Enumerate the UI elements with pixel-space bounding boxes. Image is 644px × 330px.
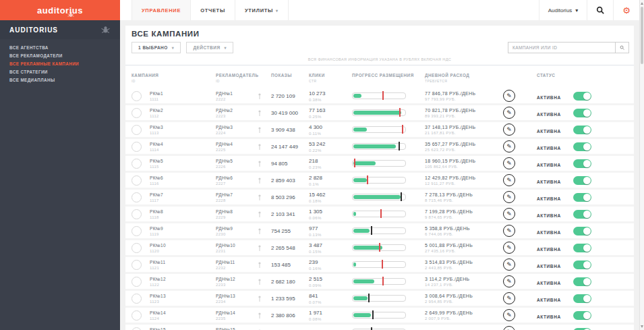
status-toggle[interactable] [573, 244, 591, 252]
edit-button[interactable]: ✎ [503, 157, 515, 169]
status-toggle[interactable] [573, 210, 591, 219]
campaign-name[interactable]: РК№2 [150, 108, 216, 113]
status-toggle[interactable] [573, 294, 591, 303]
edit-button[interactable]: ✎ [503, 242, 515, 254]
campaign-name[interactable]: РК№1 [150, 91, 216, 96]
scroll-down-arrow-icon[interactable] [641, 325, 643, 328]
sidebar-item[interactable]: ВСЕ РЕКЛАМОДАТЕЛИ [9, 53, 111, 58]
edit-button[interactable]: ✎ [503, 292, 515, 304]
row-checkbox[interactable] [131, 260, 142, 270]
status-toggle[interactable] [573, 277, 591, 286]
toggle-knob [583, 261, 591, 269]
advertiser-name[interactable]: РДН№3 [216, 125, 258, 130]
sidebar-item[interactable]: ВСЕ МЕДИАПЛАНЫ [9, 78, 111, 82]
edit-button[interactable]: ✎ [503, 123, 515, 136]
required-value: 105 862,64 РУБ. [425, 165, 498, 169]
edit-button[interactable]: ✎ [503, 309, 515, 321]
campaign-name[interactable]: РК№7 [150, 192, 216, 197]
nav-item[interactable]: УТИЛИТЫ▾ [235, 0, 289, 20]
vertical-scrollbar[interactable] [639, 0, 644, 330]
progress-fill [353, 178, 367, 182]
status-toggle[interactable] [573, 159, 591, 168]
edit-button[interactable]: ✎ [503, 191, 515, 203]
edit-button[interactable]: ✎ [503, 107, 515, 119]
row-checkbox[interactable] [131, 192, 142, 202]
row-checkbox[interactable] [131, 142, 142, 152]
campaign-name[interactable]: РК№4 [150, 142, 216, 146]
scrollbar-thumb[interactable] [641, 7, 643, 64]
campaign-name[interactable]: РК№13 [150, 294, 216, 298]
edit-button[interactable]: ✎ [503, 275, 515, 287]
campaign-search-input[interactable] [508, 42, 616, 53]
edit-button[interactable]: ✎ [503, 90, 515, 102]
advertiser-name[interactable]: РДН№2 [216, 108, 258, 113]
advertiser-name[interactable]: РДН№11 [216, 260, 258, 265]
campaign-name[interactable]: РК№10 [150, 243, 216, 248]
row-checkbox[interactable] [131, 91, 142, 101]
status-toggle[interactable] [573, 176, 591, 185]
status-toggle[interactable] [573, 311, 591, 320]
row-checkbox[interactable] [131, 159, 142, 169]
edit-button[interactable]: ✎ [503, 326, 515, 330]
row-checkbox[interactable] [131, 226, 142, 236]
sidebar-item[interactable]: ВСЕ РЕКЛАМНЫЕ КАМПАНИИ [9, 61, 111, 66]
campaign-name[interactable]: РК№5 [150, 159, 216, 163]
row-checkbox[interactable] [131, 175, 142, 186]
campaign-name[interactable]: РК№3 [150, 125, 216, 130]
advertiser-name[interactable]: РДН№8 [216, 209, 258, 214]
campaign-name[interactable]: РК№15 [150, 327, 216, 330]
main-nav: УПРАВЛЕНИЕОТЧЕТЫУТИЛИТЫ▾ [131, 0, 289, 20]
row-checkbox[interactable] [131, 209, 142, 219]
advertiser-name[interactable]: РДН№14 [216, 310, 258, 315]
row-checkbox[interactable] [131, 125, 142, 135]
campaign-name[interactable]: РК№6 [150, 175, 216, 180]
row-checkbox[interactable] [131, 277, 142, 287]
advertiser-name[interactable]: РДН№9 [216, 226, 258, 231]
settings-button[interactable]: ⚙ [613, 0, 639, 20]
status-toggle[interactable] [573, 126, 591, 134]
row-checkbox[interactable] [131, 294, 142, 304]
row-checkbox[interactable] [131, 310, 142, 321]
advertiser-name[interactable]: РДН№12 [216, 277, 258, 281]
campaign-name[interactable]: РК№9 [150, 226, 216, 231]
row-checkbox[interactable] [131, 108, 142, 118]
advertiser-name[interactable]: РДН№4 [216, 142, 258, 146]
advertiser-name[interactable]: РДН№15 [216, 327, 258, 330]
status-toggle[interactable] [573, 260, 591, 269]
status-toggle[interactable] [573, 227, 591, 236]
global-search-button[interactable] [587, 0, 613, 20]
advertiser-name[interactable]: РДН№1 [216, 91, 258, 96]
edit-button[interactable]: ✎ [503, 174, 515, 186]
status-toggle[interactable] [573, 328, 591, 330]
toggle-knob [583, 160, 591, 167]
status-toggle[interactable] [573, 92, 591, 101]
campaign-name[interactable]: РК№14 [150, 310, 216, 315]
scroll-up-arrow-icon[interactable] [641, 2, 643, 5]
edit-button[interactable]: ✎ [503, 258, 515, 271]
edit-button[interactable]: ✎ [503, 140, 515, 153]
campaign-search-button[interactable] [616, 42, 629, 53]
status-toggle[interactable] [573, 142, 591, 151]
sidebar-item[interactable]: ВСЕ АГЕНТСТВА [9, 45, 111, 50]
edit-button[interactable]: ✎ [503, 208, 515, 220]
actions-dropdown[interactable]: ДЕЙСТВИЯ ▾ [186, 42, 233, 53]
status-toggle[interactable] [573, 109, 591, 117]
campaign-name[interactable]: РК№11 [150, 260, 216, 265]
status-toggle[interactable] [573, 193, 591, 202]
campaign-name[interactable]: РК№12 [150, 277, 216, 281]
logo[interactable]: auditorius [0, 0, 120, 20]
advertiser-name[interactable]: РДН№7 [216, 192, 258, 197]
row-checkbox[interactable] [131, 243, 142, 253]
row-checkbox[interactable] [131, 327, 142, 330]
edit-button[interactable]: ✎ [503, 225, 515, 237]
selected-dropdown[interactable]: 1 ВЫБРАНО ▾ [131, 42, 181, 53]
advertiser-name[interactable]: РДН№13 [216, 294, 258, 298]
nav-item[interactable]: ОТЧЕТЫ [191, 0, 235, 20]
advertiser-name[interactable]: РДН№5 [216, 159, 258, 163]
nav-item[interactable]: УПРАВЛЕНИЕ [131, 0, 191, 20]
advertiser-name[interactable]: РДН№6 [216, 175, 258, 180]
sidebar-item[interactable]: ВСЕ СТРАТЕГИИ [9, 70, 111, 74]
advertiser-name[interactable]: РДН№10 [216, 243, 258, 248]
campaign-name[interactable]: РК№8 [150, 209, 216, 214]
account-menu[interactable]: Auditorius ▾ [539, 0, 587, 20]
